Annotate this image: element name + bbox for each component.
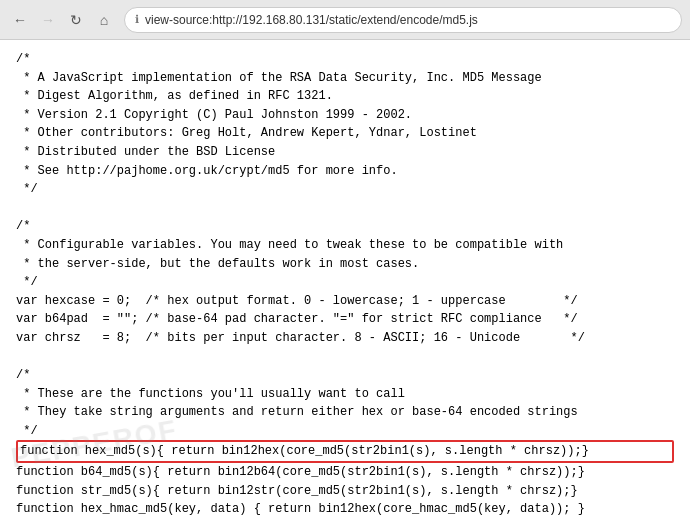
code-line: function str_md5(s){ return bin12str(cor… bbox=[16, 482, 674, 501]
code-line: * Configurable variables. You may need t… bbox=[16, 236, 674, 255]
url-text: view-source:http://192.168.80.131/static… bbox=[145, 13, 478, 27]
code-line: * These are the functions you'll usually… bbox=[16, 385, 674, 404]
code-line: * A JavaScript implementation of the RSA… bbox=[16, 69, 674, 88]
code-line: * Other contributors: Greg Holt, Andrew … bbox=[16, 124, 674, 143]
reload-button[interactable]: ↻ bbox=[64, 8, 88, 32]
code-line: function hex_hmac_md5(key, data) { retur… bbox=[16, 500, 674, 519]
info-icon: ℹ bbox=[135, 13, 139, 26]
forward-button[interactable]: → bbox=[36, 8, 60, 32]
code-line: */ bbox=[16, 180, 674, 199]
code-line: * See http://pajhome.org.uk/crypt/md5 fo… bbox=[16, 162, 674, 181]
code-line: /* bbox=[16, 217, 674, 236]
code-line: var chrsz = 8; /* bits per input charact… bbox=[16, 329, 674, 348]
home-button[interactable]: ⌂ bbox=[92, 8, 116, 32]
code-line: * Distributed under the BSD License bbox=[16, 143, 674, 162]
highlighted-line: function hex_md5(s){ return bin12hex(cor… bbox=[16, 440, 674, 463]
code-line bbox=[16, 199, 674, 218]
code-line: /* bbox=[16, 50, 674, 69]
nav-buttons: ← → ↻ ⌂ bbox=[8, 8, 116, 32]
code-line: */ bbox=[16, 273, 674, 292]
code-line: * They take string arguments and return … bbox=[16, 403, 674, 422]
code-line: function b64_md5(s){ return bin12b64(cor… bbox=[16, 463, 674, 482]
code-line: * Version 2.1 Copyright (C) Paul Johnsto… bbox=[16, 106, 674, 125]
code-line: */ bbox=[16, 422, 674, 441]
back-button[interactable]: ← bbox=[8, 8, 32, 32]
address-bar[interactable]: ℹ view-source:http://192.168.80.131/stat… bbox=[124, 7, 682, 33]
code-line: * Digest Algorithm, as defined in RFC 13… bbox=[16, 87, 674, 106]
code-line: /* bbox=[16, 366, 674, 385]
code-line bbox=[16, 348, 674, 367]
code-line: var hexcase = 0; /* hex output format. 0… bbox=[16, 292, 674, 311]
source-view: /* * A JavaScript implementation of the … bbox=[0, 40, 690, 520]
browser-chrome: ← → ↻ ⌂ ℹ view-source:http://192.168.80.… bbox=[0, 0, 690, 40]
code-line: var b64pad = ""; /* base-64 pad characte… bbox=[16, 310, 674, 329]
code-line: * the server-side, but the defaults work… bbox=[16, 255, 674, 274]
